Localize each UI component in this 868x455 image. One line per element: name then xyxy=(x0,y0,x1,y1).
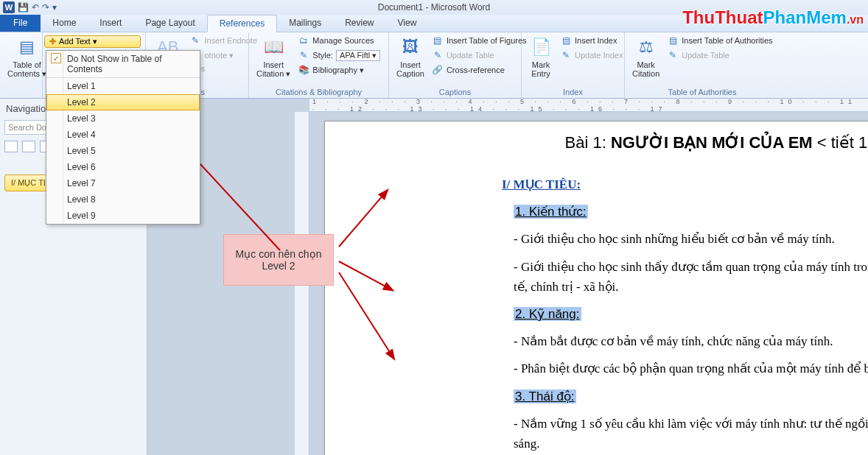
undo-icon[interactable]: ↶ xyxy=(32,2,39,13)
doc-p4: - Phân biệt được các bộ phận quan trọng … xyxy=(502,359,868,378)
dropdown-level-7[interactable]: Level 7 xyxy=(46,175,200,191)
style-icon: ✎ xyxy=(298,49,309,61)
mark-entry-button[interactable]: 📄 Mark Entry xyxy=(526,34,556,80)
dropdown-do-not-show[interactable]: ✓ Do Not Show in Table of Contents xyxy=(46,51,200,78)
tab-mailings[interactable]: Mailings xyxy=(277,14,333,32)
endnote-icon: ✎ xyxy=(189,35,201,46)
group-index: 📄 Mark Entry ▤Insert Index ✎Update Index… xyxy=(522,32,625,98)
group-toc-options: ✚ Add Text ▾ ✎ Update Table Table of Con… xyxy=(43,32,146,98)
dropdown-level-4[interactable]: Level 4 xyxy=(46,127,200,143)
update-captions-button[interactable]: ✎Update Table xyxy=(430,49,528,62)
document-page[interactable]: Bài 1: NGƯỜI BẠN MỚI CỦA EM < tiết 1 + 2… xyxy=(324,121,868,455)
manage-sources-icon: 🗂 xyxy=(298,35,309,46)
qat-dropdown-icon[interactable]: ▾ xyxy=(52,2,57,13)
quick-access-toolbar: W 💾 ↶ ↷ ▾ xyxy=(0,1,57,13)
insert-toa-button[interactable]: ▤Insert Table of Authorities xyxy=(665,34,774,47)
insert-index-button[interactable]: ▤Insert Index xyxy=(559,34,624,47)
tab-references[interactable]: References xyxy=(207,15,277,32)
tab-page-layout[interactable]: Page Layout xyxy=(133,14,206,32)
group-title-captions: Captions xyxy=(393,86,517,98)
mark-citation-icon: ⚖ xyxy=(634,35,658,59)
group-title-toa: Table of Authorities xyxy=(629,86,775,98)
insert-citation-button[interactable]: 📖 Insert Citation ▾ xyxy=(253,34,293,80)
dropdown-level-3[interactable]: Level 3 xyxy=(46,110,200,127)
citation-style-select[interactable]: ✎Style: APA Fiftl ▾ xyxy=(296,49,382,62)
citation-icon: 📖 xyxy=(262,35,285,59)
annotation-callout: Mục con nên chọn Level 2 xyxy=(223,234,334,286)
group-title-citations: Citations & Bibliography xyxy=(253,86,384,98)
cross-reference-button[interactable]: 🔗Cross-reference xyxy=(430,63,528,77)
group-captions: 🖼 Insert Caption ▤Insert Table of Figure… xyxy=(389,32,522,98)
doc-p2: - Giới thiệu cho học sinh thấy được tầm … xyxy=(325,257,868,297)
nav-view-headings-icon[interactable] xyxy=(4,141,18,152)
update-toa-icon: ✎ xyxy=(667,49,679,61)
horizontal-ruler[interactable]: 1 · · · 2 · · · 3 · · · 4 · · · 5 · · · … xyxy=(309,99,868,112)
tab-review[interactable]: Review xyxy=(333,14,385,32)
doc-sub-3: 3. Thái độ: xyxy=(514,389,576,403)
doc-sub-2: 2. Kỹ năng: xyxy=(514,307,581,321)
group-citations: 📖 Insert Citation ▾ 🗂Manage Sources ✎Sty… xyxy=(249,32,389,98)
update-index-button[interactable]: ✎Update Index xyxy=(559,49,624,62)
dropdown-level-6[interactable]: Level 6 xyxy=(46,159,200,175)
doc-section-1: I/ MỤC TIÊU: xyxy=(502,174,868,194)
caption-icon: 🖼 xyxy=(399,35,422,59)
dropdown-level-2[interactable]: Level 2 xyxy=(46,94,200,110)
word-icon: W xyxy=(3,1,15,13)
checkmark-icon: ✓ xyxy=(51,53,61,63)
insert-toa-icon: ▤ xyxy=(667,35,679,46)
save-icon[interactable]: 💾 xyxy=(18,2,29,13)
add-text-button[interactable]: ✚ Add Text ▾ xyxy=(44,35,141,48)
tab-view[interactable]: View xyxy=(386,14,429,32)
tof-icon: ▤ xyxy=(432,35,444,46)
mark-citation-button[interactable]: ⚖ Mark Citation xyxy=(629,34,662,80)
nav-view-pages-icon[interactable] xyxy=(22,141,35,152)
dropdown-level-9[interactable]: Level 9 xyxy=(46,208,200,224)
ribbon: ▤ Table of Contents ▾ ✚ Add Text ▾ ✎ Upd… xyxy=(0,32,868,99)
file-tab[interactable]: File xyxy=(0,14,41,32)
insert-index-icon: ▤ xyxy=(560,35,572,46)
doc-heading: Bài 1: NGƯỜI BẠN MỚI CỦA EM < tiết 1 + 2… xyxy=(502,133,868,152)
dropdown-level-1[interactable]: Level 1 xyxy=(46,78,200,94)
add-text-dropdown: ✓ Do Not Show in Table of Contents Level… xyxy=(46,50,200,225)
window-title: Document1 - Microsoft Word xyxy=(378,2,491,13)
title-bar: W 💾 ↶ ↷ ▾ Document1 - Microsoft Word Thu… xyxy=(0,0,868,15)
doc-p3: - Nắm bắt được cơ bản về máy tính, chức … xyxy=(502,331,868,351)
bibliography-icon: 📚 xyxy=(298,64,309,76)
bibliography-button[interactable]: 📚Bibliography ▾ xyxy=(296,63,382,77)
group-title-index: Index xyxy=(526,86,620,98)
tab-home[interactable]: Home xyxy=(41,14,88,32)
crossref-icon: 🔗 xyxy=(432,64,444,76)
insert-tof-button[interactable]: ▤Insert Table of Figures xyxy=(430,34,528,47)
plus-icon: ✚ xyxy=(49,37,56,46)
doc-sub-1: 1. Kiến thức: xyxy=(514,205,588,219)
update-toa-button[interactable]: ✎Update Table xyxy=(665,49,774,62)
update-captions-icon: ✎ xyxy=(432,49,444,61)
group-toa: ⚖ Mark Citation ▤Insert Table of Authori… xyxy=(625,32,780,98)
dropdown-level-5[interactable]: Level 5 xyxy=(46,143,200,159)
dropdown-level-8[interactable]: Level 8 xyxy=(46,191,200,208)
doc-p1: - Giới thiệu cho học sinh những hiểu biế… xyxy=(502,229,868,249)
update-index-icon: ✎ xyxy=(560,49,572,61)
doc-p5: - Nắm vững 1 số yêu cầu khi làm việc với… xyxy=(325,414,868,454)
watermark: ThuThuatPhanMem.vn xyxy=(682,7,864,28)
mark-entry-icon: 📄 xyxy=(529,35,553,59)
group-toc: ▤ Table of Contents ▾ xyxy=(0,32,43,98)
redo-icon[interactable]: ↷ xyxy=(42,2,49,13)
tab-insert[interactable]: Insert xyxy=(88,14,133,32)
manage-sources-button[interactable]: 🗂Manage Sources xyxy=(296,34,382,47)
insert-caption-button[interactable]: 🖼 Insert Caption xyxy=(393,34,427,80)
insert-endnote-button[interactable]: ✎Insert Endnote xyxy=(188,34,259,47)
toc-icon: ▤ xyxy=(15,35,39,59)
